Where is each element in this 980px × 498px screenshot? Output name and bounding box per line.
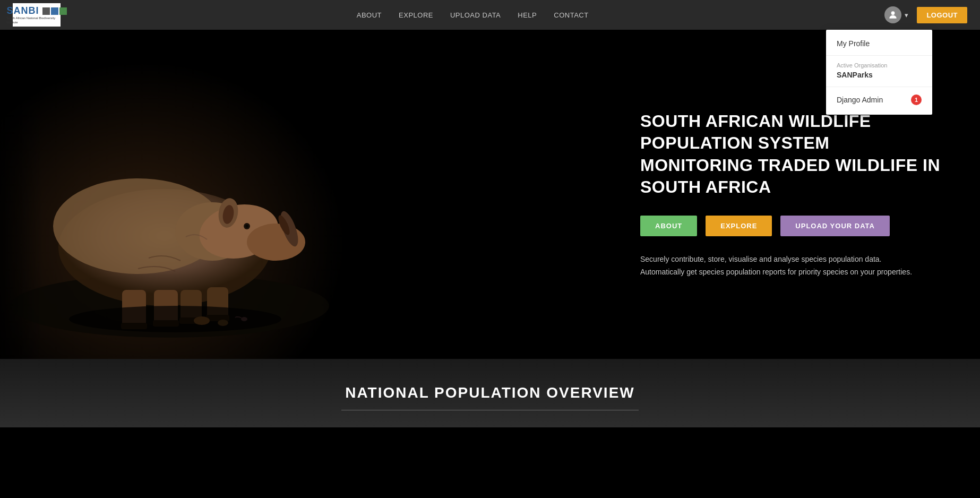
about-button[interactable]: ABOUT [640,216,697,236]
django-admin-link[interactable]: Django Admin 1 [826,89,932,110]
hero-description: Securely contribute, store, visualise an… [640,253,938,279]
svg-rect-26 [0,30,42,359]
active-org-value: SANParks [826,70,932,84]
navbar: SANBI South African National Biodiversit… [0,0,980,30]
svg-point-23 [241,317,247,321]
hero-title: SOUTH AFRICAN WILDLIFE POPULATION SYSTEM… [640,110,948,199]
logo: SANBI South African National Biodiversit… [13,3,61,27]
chevron-down-icon: ▾ [905,11,908,19]
user-menu-button[interactable]: ▾ [884,6,908,23]
national-overview-title: NATIONAL POPULATION OVERVIEW [0,384,980,401]
navbar-nav: ABOUT EXPLORE UPLOAD DATA HELP CONTACT [357,11,589,19]
logo-box: SANBI South African National Biodiversit… [13,3,61,27]
bottom-section: NATIONAL POPULATION OVERVIEW [0,359,980,427]
logo-text: SANBI [7,5,39,16]
svg-rect-27 [319,30,361,359]
svg-point-24 [194,316,210,325]
django-admin-label: Django Admin [837,96,883,104]
bottom-divider [341,410,639,410]
hero-image [0,30,361,359]
nav-contact[interactable]: CONTACT [554,11,588,19]
user-dropdown-menu: My Profile Active Organisation SANParks … [826,30,932,115]
dropdown-divider-1 [826,55,932,56]
nav-help[interactable]: HELP [518,11,537,19]
svg-point-0 [891,11,895,15]
nav-upload-data[interactable]: UPLOAD DATA [450,11,501,19]
explore-button[interactable]: EXPLORE [706,216,772,236]
upload-data-button[interactable]: UPLOAD YOUR DATA [780,216,890,236]
django-admin-badge: 1 [911,95,922,105]
active-org-label: Active Organisation [826,58,932,70]
svg-point-13 [245,225,248,228]
my-profile-link[interactable]: My Profile [826,34,932,53]
svg-point-22 [69,306,281,332]
dropdown-divider-2 [826,87,932,87]
nav-about[interactable]: ABOUT [357,11,382,19]
logout-button[interactable]: LOGOUT [917,7,967,23]
nav-explore[interactable]: EXPLORE [399,11,433,19]
hero-buttons: ABOUT EXPLORE UPLOAD YOUR DATA [640,216,948,236]
svg-rect-28 [0,30,361,72]
logo-subtext: South African National Biodiversity Inst… [7,16,67,24]
navbar-right: ▾ LOGOUT [884,6,967,23]
svg-point-25 [218,320,228,326]
user-avatar [884,6,901,23]
